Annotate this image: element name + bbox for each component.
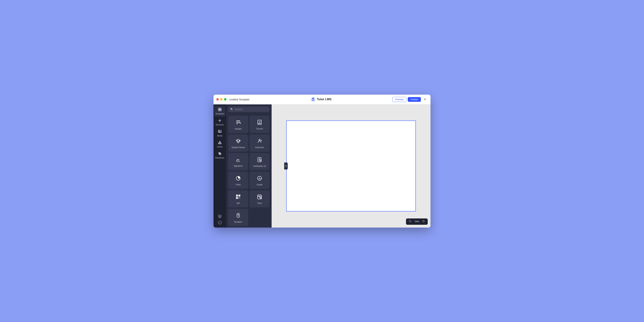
svg-point-13 bbox=[219, 131, 220, 131]
element-card-point[interactable]: Point bbox=[228, 172, 248, 189]
time-element-label: Time bbox=[257, 202, 262, 204]
element-card-verification-id[interactable]: Verification Id bbox=[250, 153, 270, 170]
logo-text: Tutor LMS bbox=[317, 98, 332, 101]
instructor-element-label: Instructor bbox=[255, 146, 264, 149]
svg-rect-42 bbox=[236, 195, 237, 196]
student-element-icon bbox=[236, 138, 241, 144]
header-element-label: Header bbox=[235, 128, 242, 130]
svg-line-16 bbox=[218, 152, 221, 155]
grade-element-label: Grade bbox=[256, 183, 262, 186]
header-element-icon: H bbox=[235, 119, 241, 126]
element-card-qr[interactable]: QR bbox=[228, 190, 248, 207]
traffic-lights bbox=[216, 98, 226, 101]
media-label: Media bbox=[217, 135, 222, 137]
panel-collapse-handle[interactable] bbox=[284, 162, 288, 169]
qr-element-label: QR bbox=[236, 202, 240, 204]
signature-element-label: Signature bbox=[234, 165, 242, 167]
elements-grid: H Header bbox=[226, 114, 272, 228]
svg-point-7 bbox=[219, 120, 220, 121]
element-card-student-name[interactable]: Student Name bbox=[228, 134, 248, 152]
course-element-icon bbox=[257, 120, 262, 126]
layers-icon[interactable] bbox=[217, 214, 222, 219]
sidebar-bottom bbox=[217, 214, 222, 228]
preview-button[interactable]: Preview bbox=[392, 97, 406, 102]
media-icon bbox=[218, 130, 222, 134]
sidebar-item-media[interactable]: Media bbox=[214, 128, 226, 139]
svg-rect-46 bbox=[236, 198, 237, 198]
publish-button[interactable]: Publish bbox=[408, 97, 421, 102]
elements-icon bbox=[218, 119, 222, 123]
library-icon bbox=[218, 141, 222, 145]
maximize-traffic-light[interactable] bbox=[224, 98, 226, 101]
element-card-instructor[interactable]: Instructor bbox=[250, 134, 270, 152]
element-card-signature[interactable]: Signature bbox=[228, 153, 248, 170]
elements-label: Elements bbox=[216, 124, 224, 126]
point-element-icon bbox=[236, 176, 241, 182]
title-bar: Untitled Template Tutor LMS Preview Publ… bbox=[214, 95, 430, 104]
verification-id-element-label: Verification Id bbox=[253, 165, 266, 167]
logo-area: Tutor LMS bbox=[310, 96, 332, 102]
qr-element-icon bbox=[236, 194, 241, 200]
search-input[interactable] bbox=[235, 108, 268, 111]
sidebar-nav: Templates Elements bbox=[214, 104, 226, 228]
signature-element-icon bbox=[236, 157, 241, 163]
element-card-time[interactable]: Time bbox=[250, 190, 270, 207]
element-card-duration[interactable]: Duration bbox=[228, 209, 248, 226]
element-card-header[interactable]: H Header bbox=[228, 116, 248, 133]
course-element-label: Course bbox=[256, 127, 263, 130]
svg-rect-5 bbox=[218, 109, 220, 111]
sidebar-item-templates[interactable]: Templates bbox=[214, 106, 226, 116]
verification-element-icon bbox=[257, 157, 262, 163]
panel-wrapper: 🔍 H Header bbox=[226, 104, 272, 228]
search-input-wrap: 🔍 bbox=[228, 106, 270, 112]
library-label: Library bbox=[217, 146, 223, 148]
sidebar-item-backdrops[interactable]: Backdrops bbox=[214, 150, 226, 161]
svg-rect-6 bbox=[220, 109, 221, 111]
svg-rect-4 bbox=[220, 108, 221, 109]
title-bar-actions: Preview Publish ✕ bbox=[392, 97, 428, 102]
point-element-label: Point bbox=[236, 183, 240, 186]
svg-rect-31 bbox=[258, 157, 261, 162]
canvas-area: 70% bbox=[272, 104, 430, 228]
templates-icon bbox=[218, 108, 222, 112]
search-icon: 🔍 bbox=[230, 108, 233, 111]
svg-rect-35 bbox=[260, 160, 261, 161]
elements-panel: 🔍 H Header bbox=[226, 104, 272, 228]
zoom-controls: 70% bbox=[406, 219, 428, 225]
sidebar-item-elements[interactable]: Elements bbox=[214, 117, 226, 127]
grade-element-icon: A+ bbox=[257, 176, 262, 182]
duration-element-label: Duration bbox=[234, 221, 242, 223]
title-bar-content: Untitled Template Tutor LMS Preview Publ… bbox=[229, 96, 428, 102]
backdrops-label: Backdrops bbox=[215, 157, 224, 159]
time-element-icon bbox=[257, 194, 262, 200]
svg-text:H: H bbox=[240, 122, 241, 124]
main-layout: Templates Elements bbox=[214, 104, 430, 228]
window-close-button[interactable]: ✕ bbox=[422, 97, 428, 102]
zoom-level: 70% bbox=[414, 220, 420, 223]
backdrops-icon bbox=[218, 152, 222, 156]
canvas-frame[interactable] bbox=[286, 120, 416, 211]
svg-rect-44 bbox=[239, 195, 240, 196]
element-card-grade[interactable]: A+ Grade bbox=[250, 172, 270, 189]
template-title: Untitled Template bbox=[229, 98, 250, 101]
close-traffic-light[interactable] bbox=[216, 98, 219, 101]
app-window: Untitled Template Tutor LMS Preview Publ… bbox=[214, 95, 430, 228]
svg-text:A+: A+ bbox=[259, 177, 261, 179]
info-icon[interactable] bbox=[217, 220, 222, 226]
templates-label: Templates bbox=[216, 113, 224, 115]
svg-rect-3 bbox=[218, 108, 220, 109]
svg-point-27 bbox=[259, 139, 260, 141]
svg-line-64 bbox=[424, 222, 424, 222]
student-name-element-label: Student Name bbox=[232, 146, 245, 149]
search-bar: 🔍 bbox=[226, 104, 272, 114]
instructor-element-icon bbox=[257, 138, 262, 144]
tutor-lms-logo-icon bbox=[310, 96, 316, 102]
sidebar-item-library[interactable]: Library bbox=[214, 139, 226, 150]
svg-point-2 bbox=[312, 98, 314, 99]
svg-line-61 bbox=[411, 222, 411, 222]
element-card-course[interactable]: Course bbox=[250, 116, 270, 133]
zoom-in-button[interactable] bbox=[422, 220, 426, 224]
svg-rect-15 bbox=[219, 143, 220, 144]
zoom-out-button[interactable] bbox=[408, 220, 412, 224]
minimize-traffic-light[interactable] bbox=[220, 98, 222, 101]
